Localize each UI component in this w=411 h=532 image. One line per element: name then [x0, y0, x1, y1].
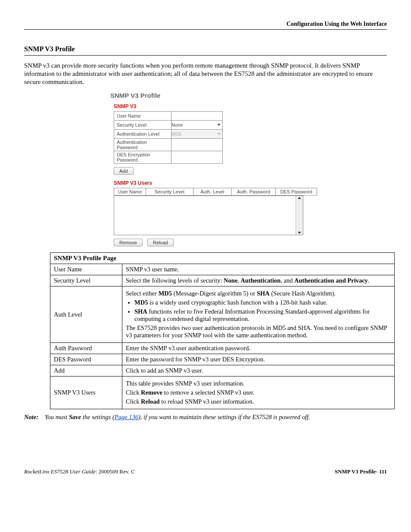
- desc-title: SNMP V3 Profile Page: [50, 253, 395, 264]
- scroll-down-icon[interactable]: [298, 232, 301, 234]
- authpass-label: Authentication Password: [114, 139, 171, 151]
- col-despassword: DES Password: [275, 188, 317, 196]
- scroll-up-icon[interactable]: [298, 197, 301, 199]
- row-authpassword-text: Enter the SNMP v3 user authentication pa…: [122, 343, 395, 354]
- users-table-body[interactable]: [114, 196, 303, 235]
- row-username-text: SNMP v3 user name.: [122, 264, 395, 275]
- snmpv3-users-subheading: SNMP V3 Users: [114, 180, 317, 186]
- col-securitylevel: Security Level: [146, 188, 193, 196]
- row-despassword-text: Enter the password for SNMP v3 user DES …: [122, 354, 395, 365]
- description-table: SNMP V3 Profile Page User Name SNMP v3 u…: [50, 252, 395, 409]
- page-header-title: Configuration Using the Web Interface: [24, 21, 387, 28]
- remove-button[interactable]: Remove: [114, 239, 143, 246]
- securitylevel-value: None: [171, 122, 183, 128]
- row-despassword-label: DES Password: [50, 354, 122, 365]
- row-authlevel-text: Select either MD5 (Message-Digest algori…: [122, 286, 395, 343]
- authpass-input[interactable]: [171, 142, 221, 148]
- section-intro: SNMP v3 can provide more security functi…: [24, 62, 387, 86]
- despass-input[interactable]: [171, 154, 221, 160]
- snmpv3-subheading: SNMP V3: [114, 103, 317, 109]
- authlevel-select: MD5: [171, 130, 223, 139]
- screenshot-title: SNMP V3 Profile: [110, 92, 317, 99]
- row-authpassword-label: Auth Password: [50, 343, 122, 354]
- username-input[interactable]: [171, 113, 221, 119]
- users-scrollbar[interactable]: [296, 196, 303, 235]
- section-rule: [24, 55, 387, 56]
- note-label: Note:: [24, 414, 45, 421]
- config-screenshot: SNMP V3 Profile SNMP V3 User Name Securi…: [110, 92, 317, 246]
- row-users-label: SNMP V3 Users: [50, 376, 122, 409]
- securitylevel-select[interactable]: None: [171, 121, 223, 130]
- note-block: Note: You must Save the settings (Page 1…: [24, 414, 387, 421]
- row-authlevel-label: Auth Level: [50, 286, 122, 343]
- add-button[interactable]: Add: [114, 167, 134, 175]
- reload-button[interactable]: Reload: [147, 239, 174, 246]
- note-text: You must Save the settings (Page 136), i…: [45, 414, 387, 421]
- username-label: User Name: [114, 112, 171, 121]
- row-securitylevel-label: Security Level: [50, 275, 122, 286]
- section-heading: SNMP V3 Profile: [24, 45, 387, 53]
- snmpv3-form: User Name Security Level None Authentica…: [114, 111, 223, 164]
- authlevel-label: Authentication Level: [114, 130, 171, 139]
- footer-left-title: RocketLinx ES7528 User Guide: [24, 468, 96, 475]
- row-securitylevel-text: Select the following levels of security:…: [122, 275, 395, 286]
- row-add-text: Click to add an SNMP v3 user.: [122, 365, 395, 376]
- header-rule: [24, 29, 387, 30]
- row-users-text: This table provides SNMP v3 user informa…: [122, 376, 395, 409]
- chevron-down-icon: [217, 133, 221, 135]
- col-authpassword: Auth. Password: [232, 188, 276, 196]
- securitylevel-label: Security Level: [114, 121, 171, 130]
- users-table-header: User Name Security Level Auth. Level Aut…: [114, 188, 317, 196]
- footer-left-rev: : 2000509 Rev. C: [96, 468, 135, 475]
- page-footer: RocketLinx ES7528 User Guide: 2000509 Re…: [24, 468, 387, 475]
- col-username: User Name: [114, 188, 146, 196]
- authlevel-value: MD5: [171, 131, 181, 137]
- note-link[interactable]: Page 136: [115, 414, 138, 420]
- despass-label: DES Encryption Password: [114, 151, 171, 164]
- footer-right: SNMP V3 Profile- 111: [335, 468, 387, 475]
- chevron-down-icon: [217, 124, 221, 126]
- col-authlevel: Auth. Level: [193, 188, 232, 196]
- row-username-label: User Name: [50, 264, 122, 275]
- row-add-label: Add: [50, 365, 122, 376]
